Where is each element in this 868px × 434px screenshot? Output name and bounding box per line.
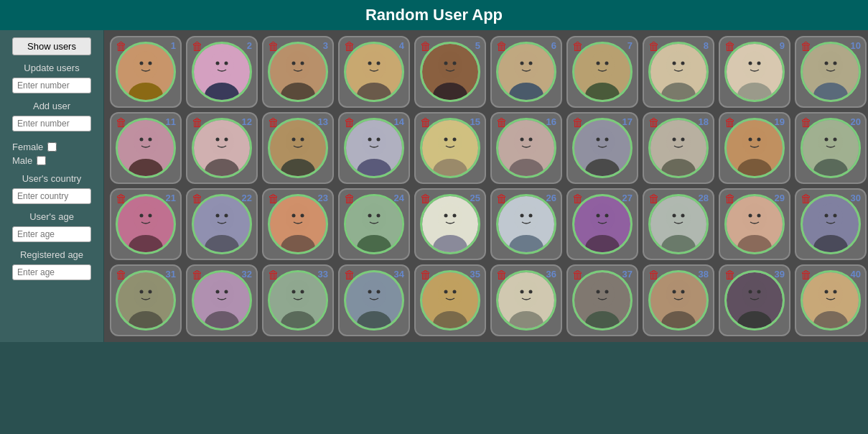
delete-icon[interactable]: 🗑 xyxy=(648,40,660,53)
delete-icon[interactable]: 🗑 xyxy=(572,269,584,282)
delete-icon[interactable]: 🗑 xyxy=(268,193,279,206)
user-card-23[interactable]: 🗑23 xyxy=(262,188,334,260)
delete-icon[interactable]: 🗑 xyxy=(724,40,736,53)
delete-icon[interactable]: 🗑 xyxy=(496,269,508,282)
svg-point-88 xyxy=(673,138,676,142)
user-card-32[interactable]: 🗑32 xyxy=(186,264,258,336)
delete-icon[interactable]: 🗑 xyxy=(801,269,812,282)
user-card-34[interactable]: 🗑34 xyxy=(338,264,410,336)
delete-icon[interactable]: 🗑 xyxy=(192,116,203,129)
user-card-11[interactable]: 🗑11 xyxy=(110,112,182,184)
delete-icon[interactable]: 🗑 xyxy=(420,193,431,206)
user-card-12[interactable]: 🗑12 xyxy=(186,112,258,184)
user-number: 9 xyxy=(780,40,785,51)
show-users-button[interactable]: Show users xyxy=(12,37,91,55)
male-checkbox[interactable] xyxy=(37,156,46,165)
delete-icon[interactable]: 🗑 xyxy=(420,40,431,53)
user-card-6[interactable]: 🗑6 xyxy=(490,36,562,108)
delete-icon[interactable]: 🗑 xyxy=(572,116,584,129)
svg-point-148 xyxy=(825,214,829,218)
delete-icon[interactable]: 🗑 xyxy=(344,193,355,206)
user-card-18[interactable]: 🗑18 xyxy=(643,112,714,184)
reg-age-input[interactable] xyxy=(12,264,91,280)
user-card-15[interactable]: 🗑15 xyxy=(414,112,486,184)
user-card-31[interactable]: 🗑31 xyxy=(110,264,182,336)
user-card-19[interactable]: 🗑19 xyxy=(719,112,790,184)
delete-icon[interactable]: 🗑 xyxy=(116,193,127,206)
user-card-30[interactable]: 🗑30 xyxy=(795,188,867,260)
delete-icon[interactable]: 🗑 xyxy=(801,193,812,206)
delete-icon[interactable]: 🗑 xyxy=(192,40,203,53)
delete-icon[interactable]: 🗑 xyxy=(268,269,279,282)
delete-icon[interactable]: 🗑 xyxy=(496,193,508,206)
user-card-26[interactable]: 🗑26 xyxy=(490,188,562,260)
delete-icon[interactable]: 🗑 xyxy=(268,40,279,53)
user-card-28[interactable]: 🗑28 xyxy=(643,188,714,260)
age-input[interactable] xyxy=(12,226,91,242)
svg-point-113 xyxy=(292,214,296,218)
user-number: 15 xyxy=(470,116,480,127)
delete-icon[interactable]: 🗑 xyxy=(572,193,584,206)
user-card-21[interactable]: 🗑21 xyxy=(110,188,182,260)
svg-point-152 xyxy=(134,280,158,308)
delete-icon[interactable]: 🗑 xyxy=(192,193,203,206)
delete-icon[interactable]: 🗑 xyxy=(724,193,736,206)
delete-icon[interactable]: 🗑 xyxy=(420,269,431,282)
user-card-4[interactable]: 🗑4 xyxy=(338,36,410,108)
user-card-13[interactable]: 🗑13 xyxy=(262,112,334,184)
user-card-2[interactable]: 🗑2 xyxy=(186,36,258,108)
delete-icon[interactable]: 🗑 xyxy=(116,116,127,129)
user-card-16[interactable]: 🗑16 xyxy=(490,112,562,184)
delete-icon[interactable]: 🗑 xyxy=(724,269,736,282)
add-user-input[interactable] xyxy=(12,116,91,131)
delete-icon[interactable]: 🗑 xyxy=(572,40,584,53)
delete-icon[interactable]: 🗑 xyxy=(268,116,279,129)
user-card-3[interactable]: 🗑3 xyxy=(262,36,334,108)
user-card-5[interactable]: 🗑5 xyxy=(414,36,486,108)
user-card-22[interactable]: 🗑22 xyxy=(186,188,258,260)
svg-point-49 xyxy=(834,62,837,65)
delete-icon[interactable]: 🗑 xyxy=(344,269,355,282)
delete-icon[interactable]: 🗑 xyxy=(648,116,660,129)
user-card-36[interactable]: 🗑36 xyxy=(490,264,562,336)
delete-icon[interactable]: 🗑 xyxy=(724,116,736,129)
user-card-38[interactable]: 🗑38 xyxy=(643,264,714,336)
user-card-8[interactable]: 🗑8 xyxy=(643,36,714,108)
user-card-39[interactable]: 🗑39 xyxy=(719,264,790,336)
user-card-14[interactable]: 🗑14 xyxy=(338,112,410,184)
user-card-7[interactable]: 🗑7 xyxy=(566,36,638,108)
user-card-35[interactable]: 🗑35 xyxy=(414,264,486,336)
female-checkbox[interactable] xyxy=(47,142,57,152)
user-card-10[interactable]: 🗑10 xyxy=(795,36,867,108)
delete-icon[interactable]: 🗑 xyxy=(116,40,127,53)
delete-icon[interactable]: 🗑 xyxy=(116,269,127,282)
user-card-33[interactable]: 🗑33 xyxy=(262,264,334,336)
delete-icon[interactable]: 🗑 xyxy=(344,40,355,53)
delete-icon[interactable]: 🗑 xyxy=(496,116,508,129)
delete-icon[interactable]: 🗑 xyxy=(801,40,812,53)
user-card-24[interactable]: 🗑24 xyxy=(338,188,410,260)
country-input[interactable] xyxy=(12,188,91,204)
user-card-27[interactable]: 🗑27 xyxy=(566,188,638,260)
delete-icon[interactable]: 🗑 xyxy=(496,40,508,53)
user-card-25[interactable]: 🗑25 xyxy=(414,188,486,260)
user-card-17[interactable]: 🗑17 xyxy=(566,112,638,184)
user-card-1[interactable]: 🗑1 xyxy=(110,36,182,108)
delete-icon[interactable]: 🗑 xyxy=(420,116,431,129)
user-card-9[interactable]: 🗑9 xyxy=(719,36,790,108)
delete-icon[interactable]: 🗑 xyxy=(648,269,660,282)
svg-point-173 xyxy=(444,290,448,294)
delete-icon[interactable]: 🗑 xyxy=(801,116,812,129)
reg-age-label: Registered age xyxy=(20,249,83,260)
svg-point-44 xyxy=(757,62,761,65)
age-label: User's age xyxy=(29,211,74,222)
update-users-input[interactable] xyxy=(12,78,91,93)
svg-point-174 xyxy=(453,290,457,294)
delete-icon[interactable]: 🗑 xyxy=(344,116,355,129)
delete-icon[interactable]: 🗑 xyxy=(648,193,660,206)
user-card-20[interactable]: 🗑20 xyxy=(795,112,867,184)
delete-icon[interactable]: 🗑 xyxy=(192,269,203,282)
user-card-29[interactable]: 🗑29 xyxy=(719,188,790,260)
user-card-37[interactable]: 🗑37 xyxy=(566,264,638,336)
user-card-40[interactable]: 🗑40 xyxy=(795,264,867,336)
